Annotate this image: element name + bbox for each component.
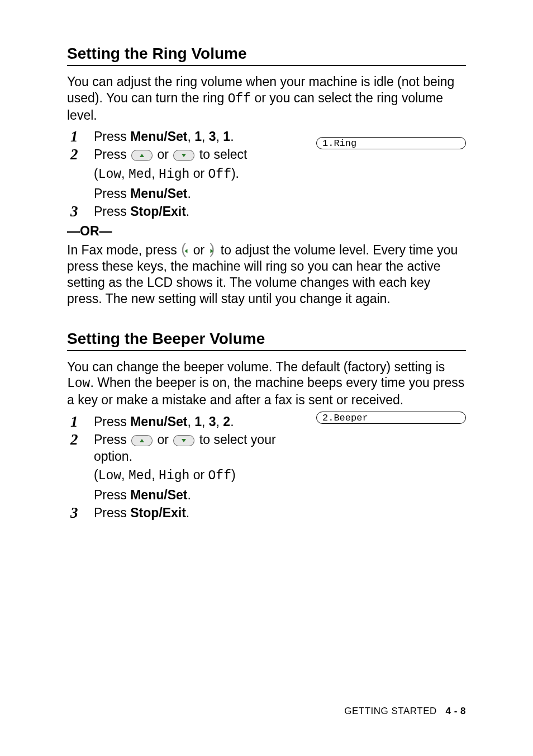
menu-set-label: Menu/Set — [130, 129, 187, 144]
menu-set-label: Menu/Set — [130, 414, 187, 429]
down-arrow-icon — [173, 150, 194, 161]
text: Press — [94, 432, 130, 447]
text: Press — [94, 414, 130, 429]
text: ) — [231, 467, 236, 482]
section2-step2: 2 Press or to select your option. (Low, … — [67, 432, 466, 504]
text: , — [121, 467, 129, 482]
text: , — [187, 414, 194, 429]
text: . — [187, 488, 191, 502]
text: , — [216, 129, 223, 144]
opt-med: Med — [129, 167, 151, 182]
opt-low: Low — [98, 469, 121, 483]
opt-off: Off — [208, 469, 231, 483]
step-number: 1 — [67, 129, 94, 145]
section2-step3: 3 Press Stop/Exit. — [67, 505, 466, 522]
text: . — [186, 204, 189, 219]
step2-press: Press Menu/Set. — [94, 487, 306, 504]
footer-page: 4 - 8 — [445, 706, 466, 716]
step2-options: (Low, Med, High or Off) — [94, 467, 306, 485]
left-arrow-icon — [181, 244, 189, 258]
text: Press — [94, 505, 130, 520]
section1-followup: In Fax mode, press or to adjust the volu… — [67, 242, 466, 308]
text: Press — [94, 129, 130, 144]
step-body: Press Stop/Exit. — [94, 505, 466, 522]
stop-exit-label: Stop/Exit — [130, 505, 186, 520]
text: or — [189, 467, 208, 482]
step-body: Press Stop/Exit. — [94, 204, 466, 220]
up-arrow-icon — [131, 435, 153, 446]
text: , — [151, 166, 159, 181]
text: . — [187, 186, 191, 201]
text: , — [151, 467, 159, 482]
section2-steps: 1 Press Menu/Set, 1, 3, 2. 2 Press or to… — [67, 414, 466, 522]
text: Press — [94, 186, 130, 201]
step-number: 3 — [67, 204, 94, 220]
key-3: 3 — [209, 129, 216, 144]
text: ( — [94, 166, 98, 181]
text: or — [154, 147, 172, 162]
manual-page: Setting the Ring Volume You can adjust t… — [0, 0, 533, 756]
text: , — [187, 129, 194, 144]
stop-exit-label: Stop/Exit — [130, 204, 186, 219]
text: , — [216, 414, 223, 429]
key-3: 3 — [209, 414, 216, 429]
or-separator: —OR— — [67, 224, 466, 239]
text: ). — [231, 166, 239, 181]
text: Press — [94, 488, 130, 502]
lcd-ring-display: 1.Ring — [316, 137, 466, 149]
text: . — [230, 414, 234, 429]
opt-low: Low — [98, 167, 121, 182]
text: Press — [94, 147, 130, 162]
section2-intro: You can change the beeper volume. The de… — [67, 359, 466, 408]
key-2: 2 — [223, 414, 230, 429]
key-1: 1 — [194, 414, 202, 429]
down-arrow-icon — [173, 435, 194, 446]
opt-high: High — [159, 167, 189, 182]
text: or — [154, 432, 172, 447]
step2-options: (Low, Med, High or Off). — [94, 166, 466, 183]
section1-intro: You can adjust the ring volume when your… — [67, 74, 466, 123]
section2-intro-post: . When the beeper is on, the machine bee… — [67, 375, 464, 407]
step2-press: Press Menu/Set. — [94, 186, 466, 202]
step-number: 3 — [67, 505, 94, 522]
text: or — [189, 166, 208, 181]
text: . — [186, 505, 189, 520]
text: or — [189, 243, 208, 257]
section1-step2: 2 Press or to select (Low, Med, High or … — [67, 147, 466, 202]
section1-title: Setting the Ring Volume — [67, 45, 466, 66]
opt-high: High — [159, 469, 189, 483]
footer-section: GETTING STARTED — [344, 706, 437, 716]
text: . — [230, 129, 234, 144]
page-footer: GETTING STARTED 4 - 8 — [344, 706, 466, 717]
text: In Fax mode, press — [67, 243, 180, 257]
text: , — [202, 129, 209, 144]
menu-set-label: Menu/Set — [130, 488, 187, 502]
opt-med: Med — [129, 469, 151, 483]
step-body: Press or to select (Low, Med, High or Of… — [94, 147, 466, 202]
text: to select — [196, 147, 247, 162]
section2-intro-pre: You can change the beeper volume. The de… — [67, 360, 445, 374]
key-1: 1 — [194, 129, 202, 144]
step-number: 1 — [67, 414, 94, 431]
section2-intro-mono: Low — [67, 376, 90, 391]
right-arrow-icon — [208, 244, 216, 258]
lcd-beeper-display: 2.Beeper — [316, 412, 466, 424]
text: , — [202, 414, 209, 429]
step-number: 2 — [67, 432, 94, 448]
step-number: 2 — [67, 147, 94, 163]
section1-intro-mono: Off — [228, 92, 251, 106]
text: , — [121, 166, 129, 181]
menu-set-label: Menu/Set — [130, 186, 187, 201]
section2-title: Setting the Beeper Volume — [67, 330, 466, 351]
opt-off: Off — [208, 167, 231, 182]
step-body: Press or to select your option. (Low, Me… — [94, 432, 306, 504]
up-arrow-icon — [131, 150, 153, 161]
text: Press — [94, 204, 130, 219]
text: ( — [94, 467, 98, 482]
key-1b: 1 — [223, 129, 230, 144]
section1-step3: 3 Press Stop/Exit. — [67, 204, 466, 220]
